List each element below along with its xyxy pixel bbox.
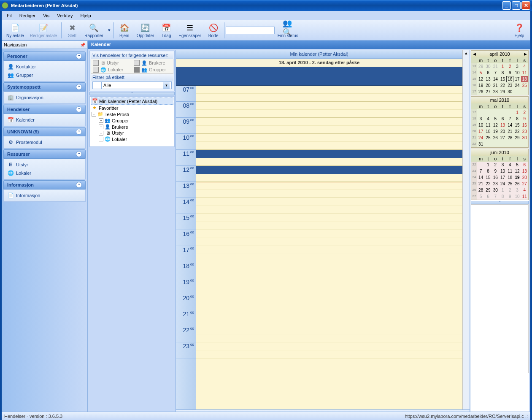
- nav-informasjon[interactable]: 📄Informasjon: [6, 191, 83, 200]
- day-cell[interactable]: 2: [521, 109, 528, 116]
- time-slot[interactable]: [196, 350, 462, 358]
- day-cell[interactable]: 5: [492, 116, 499, 122]
- time-slot[interactable]: [196, 326, 462, 334]
- day-cell[interactable]: 19: [513, 174, 521, 181]
- day-cell[interactable]: 24: [477, 135, 484, 141]
- day-cell[interactable]: 11: [521, 70, 528, 76]
- day-cell[interactable]: 9: [506, 70, 513, 76]
- day-cell[interactable]: 14: [492, 76, 499, 82]
- chk-lokaler[interactable]: 🌐Lokaler: [93, 67, 130, 73]
- day-cell[interactable]: [521, 141, 528, 147]
- allday-row[interactable]: [176, 67, 462, 86]
- day-cell[interactable]: 1: [499, 187, 506, 193]
- time-slot[interactable]: [196, 166, 462, 174]
- day-cell[interactable]: 17: [513, 76, 521, 82]
- expand-toggle[interactable]: +: [99, 137, 103, 141]
- day-cell[interactable]: 29: [499, 89, 506, 95]
- day-cell[interactable]: 7: [477, 168, 484, 174]
- expand-toggle[interactable]: +: [99, 118, 103, 123]
- day-cell[interactable]: 31: [492, 63, 499, 70]
- chk-brukere[interactable]: 👤Brukere: [134, 60, 171, 66]
- day-cell[interactable]: 13: [484, 76, 491, 82]
- day-cell[interactable]: 28: [506, 135, 513, 141]
- help-button[interactable]: ❓Hjelp: [510, 21, 529, 40]
- day-cell[interactable]: 17: [477, 128, 484, 135]
- time-slot[interactable]: [196, 222, 462, 230]
- collapse-icon[interactable]: ⌃: [76, 151, 82, 157]
- section-system[interactable]: Systemoppsett⌃: [3, 82, 86, 92]
- day-cell[interactable]: 6: [484, 70, 491, 76]
- day-cell[interactable]: 27: [521, 181, 528, 187]
- day-cell[interactable]: 21: [477, 181, 484, 187]
- day-cell[interactable]: 24: [513, 82, 521, 89]
- time-slot[interactable]: [196, 286, 462, 294]
- day-cell[interactable]: 8: [499, 193, 506, 200]
- day-cell[interactable]: [499, 109, 506, 116]
- time-slot[interactable]: [196, 206, 462, 214]
- day-cell[interactable]: 12: [492, 122, 499, 128]
- day-cell[interactable]: 25: [484, 135, 491, 141]
- day-cell[interactable]: 25: [521, 82, 528, 89]
- time-slot[interactable]: [196, 198, 462, 206]
- day-cell[interactable]: 31: [477, 141, 484, 147]
- time-slot[interactable]: [196, 190, 462, 198]
- tree-favoritter[interactable]: ★Favoritter: [91, 105, 173, 111]
- day-cell[interactable]: [513, 141, 521, 147]
- day-cell[interactable]: 26: [513, 181, 521, 187]
- day-cell[interactable]: 10: [477, 122, 484, 128]
- day-cell[interactable]: 6: [499, 116, 506, 122]
- day-cell[interactable]: 14: [506, 122, 513, 128]
- time-slot[interactable]: [196, 134, 462, 142]
- day-cell[interactable]: 20: [484, 82, 491, 89]
- time-slot[interactable]: [196, 214, 462, 222]
- day-cell[interactable]: 21: [492, 82, 499, 89]
- day-cell[interactable]: [521, 89, 528, 95]
- scrollbar-up[interactable]: ▴: [462, 50, 470, 86]
- day-cell[interactable]: 1: [499, 63, 506, 70]
- day-cell[interactable]: 3: [513, 187, 521, 193]
- properties-button[interactable]: ☰Egenskaper: [176, 21, 204, 40]
- time-slot[interactable]: [196, 310, 462, 318]
- day-cell[interactable]: [477, 162, 484, 168]
- day-cell[interactable]: [477, 109, 484, 116]
- day-cell[interactable]: 22: [513, 128, 521, 135]
- collapse-icon[interactable]: ⌃: [76, 182, 82, 188]
- nav-prostemodul[interactable]: ⚙Prostemodul: [6, 138, 83, 146]
- time-slot[interactable]: [196, 342, 462, 350]
- label-combo[interactable]: Alle▼: [92, 81, 172, 89]
- day-cell[interactable]: 22: [484, 181, 491, 187]
- day-cell[interactable]: 16: [492, 174, 499, 181]
- day-cell[interactable]: 26: [477, 89, 484, 95]
- tree-utstyr[interactable]: +🖥Utstyr: [91, 130, 173, 136]
- collapse-icon[interactable]: ⌃: [76, 53, 82, 59]
- time-slot[interactable]: [196, 302, 462, 310]
- nav-lokaler[interactable]: 🌐Lokaler: [6, 169, 83, 177]
- time-slot[interactable]: [196, 174, 462, 182]
- refresh-button[interactable]: 🔄Oppdater: [134, 21, 157, 40]
- day-cell[interactable]: 28: [492, 89, 499, 95]
- day-cell[interactable]: [484, 141, 491, 147]
- day-cell[interactable]: 7: [506, 116, 513, 122]
- day-cell[interactable]: 26: [492, 135, 499, 141]
- time-slot[interactable]: [196, 142, 462, 150]
- time-slot[interactable]: [196, 94, 462, 102]
- nav-organisasjon[interactable]: 🏢Organisasjon: [6, 93, 83, 102]
- day-cell[interactable]: 7: [492, 70, 499, 76]
- day-cell[interactable]: 15: [484, 174, 491, 181]
- day-cell[interactable]: [484, 109, 491, 116]
- day-cell[interactable]: 2: [506, 63, 513, 70]
- day-cell[interactable]: 9: [506, 193, 513, 200]
- prev-month-icon[interactable]: ◀: [472, 52, 477, 56]
- find-status-button[interactable]: 👥🔍Finn status: [275, 21, 301, 40]
- day-cell[interactable]: 5: [477, 193, 484, 200]
- day-cell[interactable]: 8: [499, 70, 506, 76]
- away-button[interactable]: 🚫Borte: [204, 21, 223, 40]
- day-cell[interactable]: 4: [521, 63, 528, 70]
- day-cell[interactable]: 30: [521, 135, 528, 141]
- day-cell[interactable]: 5: [477, 70, 484, 76]
- day-cell[interactable]: 10: [513, 193, 521, 200]
- reports-button[interactable]: 🔍Rapporter: [81, 21, 106, 40]
- time-slot[interactable]: [196, 254, 462, 262]
- section-hendelser[interactable]: Hendelser⌃: [3, 105, 86, 114]
- day-cell[interactable]: 3: [499, 162, 506, 168]
